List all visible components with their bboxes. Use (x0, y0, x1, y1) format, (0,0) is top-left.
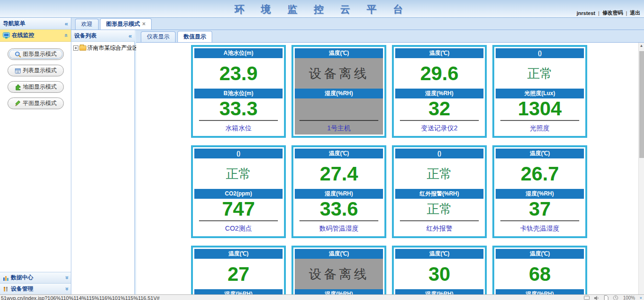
card-divider (295, 119, 383, 122)
list-icon (15, 68, 21, 74)
sensor-header: 湿度(%RH) (496, 189, 584, 199)
sensor-header: 湿度(%RH) (295, 89, 383, 98)
magnifier-icon (15, 51, 21, 58)
sensor-value: 正常 (395, 199, 483, 219)
chevron-down-icon[interactable]: « (63, 276, 69, 279)
sensor-value: 正常 (194, 158, 283, 189)
scrollbar-thumb[interactable] (639, 51, 644, 158)
tab-graphic-mode[interactable]: 图形显示模式× (100, 18, 152, 30)
sensor-header: 湿度(%RH) (395, 89, 483, 98)
tools-icon (3, 286, 9, 292)
nav-mode-button-4[interactable]: 平面显示模式 (8, 98, 64, 109)
sensor-card: 温度(℃) 26.7 湿度(%RH) 37 卡轨壳温湿度 (492, 145, 587, 238)
tree-node-label: 济南市某综合产业区 (87, 44, 138, 52)
screen-icon[interactable] (584, 296, 590, 300)
tab-numeric-label: 数值显示 (184, 33, 206, 40)
sensor-card: 温度(℃) 29.6 湿度(%RH) 32 变送记录仪2 (392, 45, 487, 138)
status-right-icons: 100% « (584, 295, 642, 300)
sensor-header: 温度(℃) (295, 48, 383, 58)
page-icon[interactable] (604, 295, 608, 300)
nav-title: 导航菜单 (3, 20, 25, 28)
device-name-label: 1号主机 (295, 122, 383, 135)
device-name-label: 水箱水位 (194, 122, 283, 135)
collapse-panel-icon[interactable]: « (129, 33, 132, 39)
tab-meter-label: 仪表显示 (147, 33, 169, 40)
pencil-icon (15, 100, 21, 107)
sensor-value: 23.9 (194, 58, 283, 89)
sensor-header: 温度(℃) (496, 149, 584, 158)
device-name-label: 红外报警 (395, 223, 483, 235)
device-list-header: 设备列表 « (71, 30, 135, 42)
card-divider (194, 119, 283, 122)
speaker-icon[interactable] (594, 296, 599, 300)
accordion-device-management[interactable]: 设备管理 « (0, 283, 71, 294)
zoom-level-label[interactable]: 100% (623, 295, 635, 300)
view-panel: 仪表显示 数值显示 A池水位(m) 23.9 B池水位(m) 33.3 水箱水位… (136, 30, 644, 294)
sensor-header: 湿度(%RH) (395, 289, 483, 294)
separator: | (626, 10, 627, 16)
nav-mode-label: 列表显示模式 (23, 67, 57, 75)
monitor-icon (3, 32, 10, 38)
sensor-value: 1304 (496, 98, 584, 119)
sensor-header: 温度(℃) (295, 249, 383, 259)
nav-mode-button-3[interactable]: 地图显示模式 (8, 81, 64, 93)
sensor-value: 27.4 (295, 158, 383, 189)
sensor-card: 温度(℃) 27.4 湿度(%RH) 33.6 数码管温湿度 (291, 145, 386, 238)
change-password-link[interactable]: 修改密码 (602, 9, 623, 16)
sensor-card: () 正常 红外报警(%RH) 正常 红外报警 (392, 145, 487, 238)
nav-mode-button-1[interactable]: 图形显示模式 (8, 48, 64, 60)
device-name-label: CO2测点 (194, 223, 283, 235)
browser-status-bar: 51wyp.cn/index.jsp?106%110%114%115%116%1… (0, 294, 644, 300)
navigation-sidebar: 导航菜单 « 在线监控 « 图形显示模式 列表显示模式 地图显示模式 平面显示模… (0, 18, 71, 294)
scroll-up-arrow[interactable]: ▲ (639, 43, 644, 49)
collapse-panel-icon[interactable]: « (65, 21, 68, 27)
accordion-online-label: 在线监控 (12, 31, 34, 39)
folder-icon (79, 45, 86, 51)
clock-icon[interactable] (613, 295, 618, 300)
tab-welcome[interactable]: 欢迎 (75, 19, 99, 30)
view-tabstrip: 仪表显示 数值显示 (136, 30, 644, 43)
device-list-panel: 设备列表 « 济南市某综合产业区 (71, 30, 136, 294)
accordion-data-center-label: 数据中心 (11, 274, 33, 282)
accordion-online-monitoring[interactable]: 在线监控 « (0, 30, 71, 42)
user-bar: jnrstest | 修改密码 | 退出 (577, 9, 640, 16)
main-tabstrip: 欢迎 图形显示模式× (71, 18, 644, 30)
sensor-value: 29.6 (395, 58, 483, 89)
sensor-header: 温度(℃) (395, 249, 483, 259)
close-tab-icon[interactable]: × (142, 21, 146, 27)
accordion-data-center[interactable]: 数据中心 « (0, 272, 71, 283)
sensor-value: 正常 (395, 158, 483, 189)
sensor-header: 红外报警(%RH) (395, 189, 483, 199)
chevron-up-icon[interactable]: « (63, 34, 69, 37)
vertical-scrollbar[interactable]: ▲ (638, 43, 644, 294)
sensor-value: 设备离线 (295, 259, 383, 289)
device-list-title: 设备列表 (74, 32, 97, 40)
sensor-value: 27 (194, 259, 283, 289)
sensor-card: 温度(℃) 设备离线 湿度(%RH) 1号主机 (291, 45, 386, 138)
zoom-dropdown-icon[interactable]: « (639, 297, 643, 299)
nav-mode-label: 图形显示模式 (23, 50, 57, 58)
app-header: 环 境 监 控 云 平 台 jnrstest | 修改密码 | 退出 (0, 0, 644, 18)
nav-panel-header: 导航菜单 « (0, 18, 71, 30)
sensor-header: A池水位(m) (194, 48, 283, 58)
chevron-down-icon[interactable]: « (63, 287, 69, 291)
tab-meter-view[interactable]: 仪表显示 (141, 31, 176, 42)
nav-mode-label: 地图显示模式 (23, 83, 57, 91)
sensor-header: 温度(℃) (295, 149, 383, 158)
device-name-label: 卡轨壳温湿度 (496, 223, 584, 235)
nav-mode-buttons: 图形显示模式 列表显示模式 地图显示模式 平面显示模式 (0, 42, 71, 272)
device-tree: 济南市某综合产业区 (71, 42, 135, 54)
sensor-header: 湿度(%RH) (194, 289, 283, 294)
sensor-header: 光照度(Lux) (496, 89, 584, 98)
app-title: 环 境 监 控 云 平 台 (0, 3, 644, 16)
tab-numeric-view[interactable]: 数值显示 (177, 31, 212, 42)
sensor-header: 湿度(%RH) (496, 289, 584, 294)
logout-link[interactable]: 退出 (630, 9, 640, 16)
nav-mode-button-2[interactable]: 列表显示模式 (8, 65, 64, 76)
tree-node-root[interactable]: 济南市某综合产业区 (73, 44, 133, 52)
device-name-label: 光照度 (496, 122, 584, 135)
sensor-header: CO2(ppm) (194, 189, 283, 199)
status-url: 51wyp.cn/index.jsp?106%110%114%115%116%1… (1, 295, 160, 300)
expand-plus-icon[interactable] (73, 45, 78, 51)
map-puzzle-icon (15, 84, 21, 90)
